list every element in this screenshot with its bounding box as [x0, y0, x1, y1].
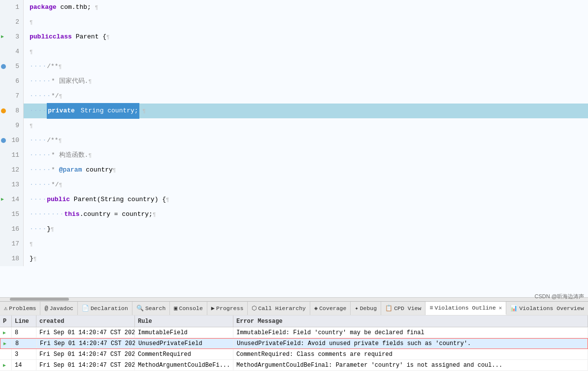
line-number: 4	[15, 44, 19, 59]
line-number: 8	[15, 104, 19, 118]
line-gutter-12: 12	[0, 163, 24, 177]
code-lines: 1package com.thb; ¶2¶▶3public class Pare…	[0, 0, 588, 297]
bottom-panel: P Line created Rule Error Message ▶8Fri …	[0, 315, 588, 384]
code-line-12: 12·····* @param country¶	[0, 163, 588, 177]
line-gutter-16: 16	[0, 222, 24, 237]
line-gutter-1: 1	[0, 0, 24, 15]
line-gutter-15: 15	[0, 207, 24, 222]
line-content-18: }¶	[24, 251, 36, 266]
line-content-4: ¶	[24, 44, 33, 59]
line-number: 3	[15, 30, 19, 44]
violations-tab-close[interactable]: ✕	[499, 305, 502, 311]
tab-cpdview[interactable]: 📋CPD View	[381, 302, 425, 315]
breakpoint-dot	[1, 138, 6, 143]
tab-console[interactable]: ▣Console	[170, 302, 207, 315]
tab-declaration[interactable]: 📄Declaration	[78, 302, 132, 315]
tab-search[interactable]: 🔍Search	[132, 302, 170, 315]
line-gutter-18: 18	[0, 251, 24, 266]
javadoc-tab-label: Javadoc	[50, 305, 73, 312]
table-header: P Line created Rule Error Message	[0, 315, 588, 327]
tab-coverage[interactable]: ◈Coverage	[310, 302, 351, 315]
tab-violations-overview[interactable]: 📊Violations Overview	[506, 302, 588, 315]
line-content-8: ····private String country; ¶	[24, 103, 146, 119]
coverage-tab-label: Coverage	[319, 305, 346, 312]
line-gutter-4: 4	[0, 44, 24, 59]
scrollbar-thumb[interactable]	[10, 298, 69, 301]
cell-error-1: UnusedPrivateField: Avoid unused private…	[234, 339, 588, 349]
cell-rule-0: ImmutableField	[135, 327, 233, 338]
cell-line-3: 14	[12, 360, 36, 370]
line-number: 11	[11, 148, 19, 163]
code-line-16: 16····}¶	[0, 222, 588, 237]
code-container: 1package com.thb; ¶2¶▶3public class Pare…	[0, 0, 588, 297]
violations-overview-tab-icon: 📊	[510, 305, 518, 312]
line-number: 16	[11, 222, 19, 237]
tab-problems[interactable]: ⚠Problems	[0, 302, 40, 315]
cell-rule-3: MethodArgumentCouldBeFi...	[135, 360, 233, 370]
cpdview-tab-icon: 📋	[385, 305, 392, 312]
line-content-2: ¶	[24, 15, 33, 30]
debug-tab-icon: ✦	[355, 305, 358, 312]
line-content-10: ····/**¶	[24, 133, 62, 148]
line-number: 17	[11, 237, 19, 251]
cell-error-2: CommentRequired: Class comments are requ…	[233, 349, 588, 359]
cpdview-tab-label: CPD View	[394, 305, 421, 312]
code-line-10: 10····/**¶	[0, 133, 588, 148]
row-arrow-icon: ▶	[3, 330, 6, 336]
console-tab-icon: ▣	[174, 305, 177, 312]
col-header-error: Error Message	[233, 315, 588, 327]
line-number: 18	[11, 251, 19, 266]
line-number: 9	[15, 118, 19, 133]
cell-rule-1: UnusedPrivateField	[135, 339, 234, 349]
col-header-rule: Rule	[135, 315, 233, 327]
code-line-3: ▶3public class Parent {¶	[0, 30, 588, 44]
line-content-1: package com.thb; ¶	[24, 0, 98, 15]
code-line-8: 8····private String country; ¶	[0, 104, 588, 118]
line-gutter-14: ▶14	[0, 192, 24, 207]
line-gutter-8: 8	[0, 104, 24, 118]
code-line-5: 5····/**¶	[0, 59, 588, 74]
line-gutter-9: 9	[0, 118, 24, 133]
line-number: 10	[11, 133, 19, 148]
tab-violations[interactable]: ≡Violations Outline✕	[425, 302, 506, 315]
table-row[interactable]: ▶14Fri Sep 01 14:20:47 CST 2023MethodArg…	[0, 360, 588, 371]
line-number: 15	[11, 207, 19, 222]
callhierarchy-tab-icon: ⬡	[252, 305, 257, 312]
code-line-15: 15········this.country = country;¶	[0, 207, 588, 222]
line-content-5: ····/**¶	[24, 59, 62, 74]
line-gutter-10: 10	[0, 133, 24, 148]
line-gutter-7: 7	[0, 89, 24, 104]
warning-dot	[1, 108, 6, 113]
table-row[interactable]: 3Fri Sep 01 14:20:47 CST 2023CommentRequ…	[0, 349, 588, 360]
callhierarchy-tab-label: Call Hierarchy	[258, 305, 306, 312]
declaration-tab-icon: 📄	[82, 305, 89, 312]
line-content-9: ¶	[24, 118, 33, 133]
tab-debug[interactable]: ✦Debug	[351, 302, 381, 315]
tab-javadoc[interactable]: @Javadoc	[40, 302, 78, 315]
violations-overview-tab-label: Violations Overview	[519, 305, 584, 312]
line-content-11: ·····* 构造函数.¶	[24, 148, 92, 163]
line-gutter-2: 2	[0, 15, 24, 30]
bottom-tabs: ⚠Problems@Javadoc📄Declaration🔍Search▣Con…	[0, 301, 588, 315]
cell-created-3: Fri Sep 01 14:20:47 CST 2023	[36, 360, 135, 370]
cell-p-0: ▶	[0, 327, 12, 338]
col-header-line: Line	[12, 315, 36, 327]
violations-tab-icon: ≡	[429, 305, 433, 312]
cell-line-2: 3	[12, 349, 36, 359]
horizontal-scrollbar[interactable]	[0, 297, 588, 301]
code-line-1: 1package com.thb; ¶	[0, 0, 588, 15]
line-gutter-11: 11	[0, 148, 24, 163]
code-line-9: 9¶	[0, 118, 588, 133]
tab-callhierarchy[interactable]: ⬡Call Hierarchy	[248, 302, 310, 315]
line-arrow-icon: ▶	[1, 192, 4, 207]
line-arrow-icon: ▶	[1, 30, 4, 44]
coverage-tab-icon: ◈	[314, 305, 318, 312]
code-line-14: ▶14····public Parent(String country) {¶	[0, 192, 588, 207]
table-row[interactable]: ▶8Fri Sep 01 14:20:47 CST 2023ImmutableF…	[0, 327, 588, 338]
line-gutter-3: ▶3	[0, 30, 24, 44]
breakpoint-dot	[1, 64, 6, 69]
code-line-18: 18}¶	[0, 251, 588, 266]
tab-progress[interactable]: ▶Progress	[207, 302, 248, 315]
table-row[interactable]: ▶8Fri Sep 01 14:20:47 CST 2023UnusedPriv…	[0, 338, 588, 349]
line-number: 2	[15, 15, 19, 30]
